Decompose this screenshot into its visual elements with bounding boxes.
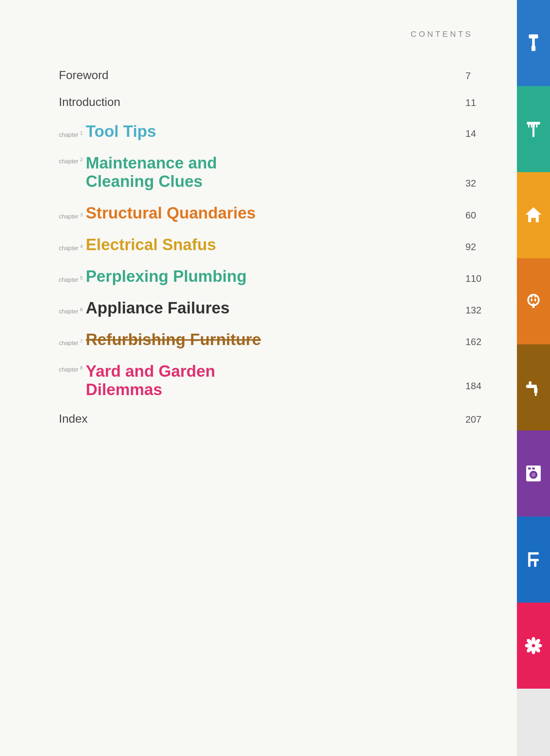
plug-icon [524, 291, 543, 311]
entry-title-ch1: Tool Tips [86, 122, 156, 141]
page-number-ch6: 132 [458, 305, 488, 316]
toc-entry-ch1: chapter 1 Tool Tips 14 [59, 122, 488, 141]
page-number-ch5: 110 [458, 273, 488, 284]
entry-title-ch3: Structural Quandaries [86, 204, 256, 222]
sidebar-item-electrical [517, 258, 550, 344]
sidebar-item-index [517, 603, 550, 689]
toc-entry-ch3: chapter 3 Structural Quandaries 60 [59, 204, 488, 222]
sidebar-item-plumbing [517, 344, 550, 430]
sidebar [517, 0, 550, 756]
sidebar-item-furniture [517, 517, 550, 603]
entry-title: Introduction [59, 95, 120, 109]
sidebar-item-garden [517, 86, 550, 172]
sidebar-item-house [517, 172, 550, 258]
svg-point-41 [532, 644, 535, 647]
page-number: 7 [458, 70, 488, 82]
chapter-label-ch2: chapter 2 [59, 154, 83, 165]
entry-title-index: Index [59, 412, 88, 425]
sidebar-item-appliance [517, 430, 550, 517]
entry-title-ch2: Maintenance andCleaning Clues [86, 154, 217, 191]
chapter-label-ch5: chapter 5 [59, 275, 83, 283]
toc-entry-index: Index 207 [59, 412, 488, 426]
svg-rect-31 [528, 561, 531, 567]
toc-entry-ch6: chapter 6 Appliance Failures 132 [59, 299, 488, 317]
page-number-index: 207 [458, 414, 488, 425]
page-number-ch1: 14 [458, 128, 488, 139]
svg-rect-17 [535, 299, 536, 301]
svg-rect-28 [528, 552, 539, 554]
svg-rect-11 [531, 218, 536, 222]
house-icon [524, 205, 543, 225]
entry-title-ch5: Perplexing Plumbing [86, 267, 247, 285]
toc-entry-ch7: chapter 7 Refurbishing Furniture 162 [59, 330, 488, 349]
toc-entry-ch8: chapter 8 Yard and GardenDilemmas 184 [59, 362, 488, 399]
svg-point-24 [532, 473, 536, 477]
entry-title-ch6: Appliance Failures [86, 299, 229, 317]
chapter-label-ch4: chapter 4 [59, 244, 83, 252]
svg-rect-1 [529, 35, 538, 39]
entry-title: Foreword [59, 68, 108, 82]
toc-entry-ch5: chapter 5 Perplexing Plumbing 110 [59, 267, 488, 285]
washer-icon [524, 464, 543, 483]
main-content: CONTENTS Foreword 7 Introduction 11 chap… [0, 0, 517, 756]
page-number-ch4: 92 [458, 241, 488, 253]
svg-rect-29 [528, 559, 539, 561]
page-number-ch3: 60 [458, 210, 488, 221]
svg-rect-15 [532, 303, 534, 308]
svg-rect-7 [533, 124, 535, 128]
toc-entry-ch4: chapter 4 Electrical Snafus 92 [59, 235, 488, 254]
svg-rect-5 [528, 124, 530, 128]
hammer-icon [524, 33, 543, 53]
toc-entry-introduction: Introduction 11 [59, 95, 488, 109]
sidebar-item-tools [517, 0, 550, 86]
svg-rect-16 [531, 299, 533, 301]
svg-marker-9 [525, 207, 541, 214]
svg-rect-30 [534, 561, 536, 567]
page-number-ch2: 32 [458, 178, 488, 191]
page-number-ch8: 184 [458, 362, 488, 392]
svg-rect-14 [535, 295, 536, 297]
entry-title-ch4: Electrical Snafus [86, 235, 216, 254]
toc-entry-foreword: Foreword 7 [59, 68, 488, 82]
svg-rect-8 [536, 124, 538, 128]
svg-rect-6 [531, 124, 532, 128]
svg-rect-4 [527, 122, 540, 124]
svg-rect-20 [529, 381, 531, 386]
flower-icon [524, 636, 543, 656]
svg-rect-25 [528, 468, 531, 469]
svg-point-21 [535, 393, 537, 396]
toc-entry-ch2: chapter 2 Maintenance andCleaning Clues … [59, 154, 488, 191]
chapter-label-ch1: chapter 1 [59, 130, 83, 138]
page-number: 11 [458, 97, 488, 109]
chapter-label-ch7: chapter 7 [59, 338, 83, 347]
page-number-ch7: 162 [458, 336, 488, 348]
svg-rect-2 [532, 46, 536, 51]
svg-rect-26 [532, 468, 535, 469]
chair-icon [524, 550, 543, 569]
svg-rect-13 [531, 295, 533, 297]
rake-icon [524, 119, 543, 139]
chapter-label-ch6: chapter 6 [59, 307, 83, 315]
faucet-icon [524, 377, 543, 397]
page-title: CONTENTS [59, 29, 488, 39]
entry-title-ch8: Yard and GardenDilemmas [86, 362, 215, 399]
chapter-label-ch3: chapter 3 [59, 212, 83, 220]
chapter-label-ch8: chapter 8 [59, 362, 83, 373]
entry-title-ch7: Refurbishing Furniture [86, 330, 261, 349]
svg-rect-19 [534, 387, 538, 393]
